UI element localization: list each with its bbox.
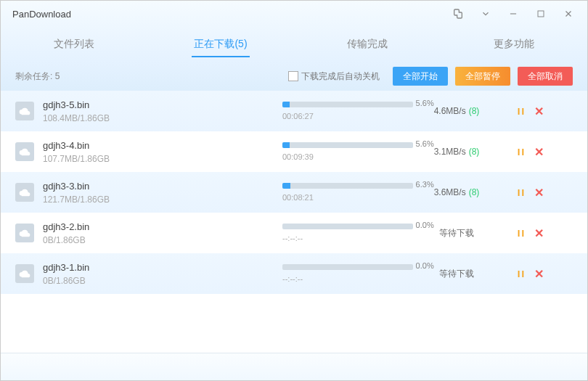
file-info: gdjh3-5.bin108.4MB/1.86GB: [43, 99, 282, 123]
pause-icon[interactable]: II: [518, 228, 526, 239]
tab-completed[interactable]: 传输完成: [294, 27, 441, 62]
row-actions: II✕: [500, 267, 544, 281]
cancel-icon[interactable]: ✕: [534, 105, 544, 118]
row-actions: II✕: [500, 105, 544, 118]
file-name: gdjh3-2.bin: [43, 221, 282, 232]
shutdown-checkbox[interactable]: [288, 71, 298, 81]
cancel-icon[interactable]: ✕: [534, 186, 544, 200]
pause-icon[interactable]: II: [518, 147, 526, 157]
file-info: gdjh3-1.bin0B/1.86GB: [43, 262, 282, 286]
file-size: 0B/1.86GB: [43, 235, 282, 245]
cancel-icon[interactable]: ✕: [534, 226, 544, 240]
progress-bar: 0.0%: [282, 224, 413, 229]
progress-percent: 0.0%: [416, 221, 434, 229]
progress-bar: 6.3%: [282, 183, 413, 189]
pause-icon[interactable]: II: [518, 106, 526, 117]
tab-more[interactable]: 更多功能: [441, 27, 587, 62]
dropdown-icon[interactable]: [473, 4, 499, 24]
tab-downloading[interactable]: 正在下载(5): [147, 27, 294, 62]
cancel-icon[interactable]: ✕: [534, 267, 544, 281]
progress-time: --:--:--: [282, 274, 413, 283]
progress-percent: 0.0%: [416, 261, 434, 270]
progress-col: 6.3%00:08:21: [282, 183, 413, 202]
speed: 3.1MB/s(8): [413, 147, 500, 157]
tabs: 文件列表 正在下载(5) 传输完成 更多功能: [1, 27, 587, 62]
file-size: 107.7MB/1.86GB: [43, 154, 282, 164]
progress-percent: 6.3%: [416, 180, 434, 189]
speed: 3.6MB/s(8): [413, 187, 500, 197]
maximize-icon[interactable]: [528, 4, 554, 24]
toolbar: 剩余任务: 5 下载完成后自动关机 全部开始 全部暂停 全部取消: [1, 62, 587, 91]
file-info: gdjh3-2.bin0B/1.86GB: [43, 221, 282, 245]
start-all-button[interactable]: 全部开始: [393, 67, 448, 86]
file-icon: [15, 224, 34, 242]
file-icon: [15, 183, 34, 202]
titlebar: PanDownload: [1, 1, 587, 27]
progress-bar: 5.6%: [282, 142, 413, 148]
file-size: 121.7MB/1.86GB: [43, 194, 282, 205]
app-title: PanDownload: [12, 9, 445, 20]
pause-all-button[interactable]: 全部暂停: [455, 67, 510, 86]
progress-time: 00:06:27: [282, 112, 413, 120]
footer: [1, 353, 587, 381]
progress-percent: 5.6%: [416, 139, 434, 148]
cancel-all-button[interactable]: 全部取消: [518, 67, 573, 86]
download-row[interactable]: gdjh3-2.bin0B/1.86GB0.0%--:--:--等待下载II✕: [1, 213, 587, 253]
theme-icon[interactable]: [445, 4, 471, 24]
download-row[interactable]: gdjh3-3.bin121.7MB/1.86GB6.3%00:08:213.6…: [1, 172, 587, 213]
svg-rect-1: [538, 11, 544, 17]
file-name: gdjh3-5.bin: [43, 99, 282, 110]
progress-col: 5.6%00:06:27: [282, 102, 413, 120]
row-actions: II✕: [500, 145, 544, 159]
remaining-tasks: 剩余任务: 5: [15, 70, 281, 83]
progress-col: 0.0%--:--:--: [282, 264, 413, 283]
progress-bar: 0.0%: [282, 264, 413, 270]
row-actions: II✕: [500, 226, 544, 240]
progress-col: 0.0%--:--:--: [282, 224, 413, 242]
progress-bar: 5.6%: [282, 102, 413, 107]
progress-col: 5.6%00:09:39: [282, 142, 413, 161]
shutdown-checkbox-wrap[interactable]: 下载完成后自动关机: [288, 70, 380, 83]
pause-icon[interactable]: II: [518, 269, 526, 279]
close-icon[interactable]: [555, 4, 581, 24]
file-info: gdjh3-3.bin121.7MB/1.86GB: [43, 181, 282, 205]
file-name: gdjh3-3.bin: [43, 181, 282, 192]
minimize-icon[interactable]: [500, 4, 526, 24]
cancel-icon[interactable]: ✕: [534, 145, 544, 159]
tab-file-list[interactable]: 文件列表: [1, 27, 147, 62]
file-icon: [15, 102, 34, 120]
download-row[interactable]: gdjh3-4.bin107.7MB/1.86GB5.6%00:09:393.1…: [1, 131, 587, 172]
download-row[interactable]: gdjh3-1.bin0B/1.86GB0.0%--:--:--等待下载II✕: [1, 253, 587, 294]
download-row[interactable]: gdjh3-5.bin108.4MB/1.86GB5.6%00:06:274.6…: [1, 91, 587, 131]
file-name: gdjh3-1.bin: [43, 262, 282, 273]
file-size: 108.4MB/1.86GB: [43, 113, 282, 123]
progress-time: 00:09:39: [282, 152, 413, 161]
pause-icon[interactable]: II: [518, 187, 526, 198]
progress-time: --:--:--: [282, 234, 413, 242]
shutdown-label: 下载完成后自动关机: [301, 70, 380, 83]
file-info: gdjh3-4.bin107.7MB/1.86GB: [43, 140, 282, 164]
speed: 4.6MB/s(8): [413, 106, 500, 116]
progress-time: 00:08:21: [282, 193, 413, 202]
titlebar-controls: [445, 4, 581, 24]
row-actions: II✕: [500, 186, 544, 200]
progress-percent: 5.6%: [416, 99, 434, 107]
file-icon: [15, 142, 34, 161]
download-list: gdjh3-5.bin108.4MB/1.86GB5.6%00:06:274.6…: [1, 91, 587, 353]
file-name: gdjh3-4.bin: [43, 140, 282, 151]
file-size: 0B/1.86GB: [43, 276, 282, 286]
file-icon: [15, 264, 34, 283]
